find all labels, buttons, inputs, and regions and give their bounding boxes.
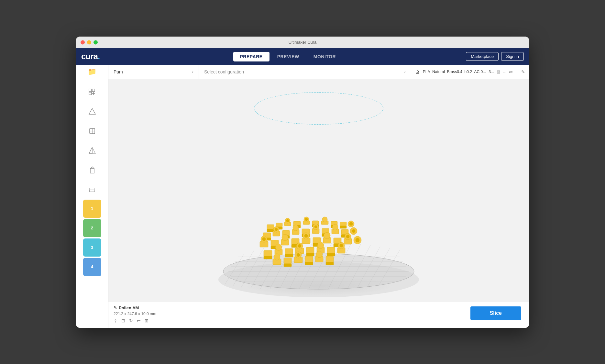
sidebar-tool-3[interactable] xyxy=(83,122,101,140)
layer-icon xyxy=(88,185,97,194)
rotate-icon-bottom[interactable]: ↻ xyxy=(129,318,133,323)
svg-point-49 xyxy=(286,219,289,222)
svg-rect-50 xyxy=(293,221,301,225)
svg-point-102 xyxy=(324,232,330,239)
3d-scene xyxy=(108,79,529,328)
config-chevron: ‹ xyxy=(404,69,406,74)
sidebar-tool-4[interactable] xyxy=(83,141,101,160)
svg-point-118 xyxy=(298,244,301,248)
svg-point-107 xyxy=(346,235,349,238)
svg-point-122 xyxy=(317,242,324,248)
close-button[interactable] xyxy=(81,40,85,44)
support-icon xyxy=(88,165,97,174)
svg-rect-135 xyxy=(305,256,313,262)
app-window: Ultimaker Cura cura. PREPARE PREVIEW MON… xyxy=(76,37,529,328)
svg-rect-45 xyxy=(276,223,282,227)
extruder-1[interactable]: 1 xyxy=(83,200,101,218)
svg-marker-11 xyxy=(92,147,95,154)
svg-rect-114 xyxy=(285,248,293,254)
folder-icon: 📁 xyxy=(88,68,96,76)
svg-rect-130 xyxy=(284,258,292,264)
model-name: Pollen AM xyxy=(119,305,139,310)
svg-point-82 xyxy=(332,224,338,230)
svg-point-109 xyxy=(356,238,359,242)
extra-icon-bottom[interactable]: ⊞ xyxy=(145,318,148,323)
config-selector[interactable]: Select configuration ‹ xyxy=(199,65,411,79)
sidebar-tool-1[interactable] xyxy=(83,83,101,101)
move-icon xyxy=(88,88,97,97)
transform-icons: ⊹ ⊡ ↻ ⇌ ⊞ xyxy=(114,318,524,323)
toolbar-folder[interactable]: 📁 xyxy=(76,65,108,79)
minimize-button[interactable] xyxy=(87,40,91,44)
dots-2: ... xyxy=(515,70,519,74)
slice-button[interactable]: Slice xyxy=(470,306,521,320)
dots-1: ... xyxy=(503,70,506,74)
svg-point-54 xyxy=(305,218,308,221)
layer-icon: ⊠ xyxy=(497,69,500,74)
svg-rect-1 xyxy=(92,89,95,92)
rotate-icon xyxy=(88,127,97,136)
sidebar-tool-5[interactable] xyxy=(83,161,101,179)
tab-preview[interactable]: PREVIEW xyxy=(271,52,306,61)
svg-point-98 xyxy=(304,234,308,237)
svg-rect-12 xyxy=(90,169,94,173)
mirror-icon-bottom[interactable]: ⇌ xyxy=(137,318,141,323)
svg-point-69 xyxy=(275,228,278,231)
svg-rect-124 xyxy=(327,253,335,256)
printer-chevron: ‹ xyxy=(192,69,193,74)
svg-point-58 xyxy=(322,217,327,222)
settings-icon: ⇌ xyxy=(509,69,513,74)
navbar: cura. PREPARE PREVIEW MONITOR Marketplac… xyxy=(76,48,529,65)
tab-monitor[interactable]: MONITOR xyxy=(307,52,342,61)
svg-point-86 xyxy=(352,229,355,233)
svg-rect-61 xyxy=(340,222,346,226)
marketplace-button[interactable]: Marketplace xyxy=(466,52,499,61)
extruder-2[interactable]: 2 xyxy=(83,219,101,237)
extruder-3[interactable]: 3 xyxy=(83,238,101,257)
svg-point-64 xyxy=(349,222,353,226)
config-text: Select configuration xyxy=(204,69,404,74)
svg-rect-140 xyxy=(326,262,334,265)
svg-rect-62 xyxy=(340,226,346,228)
svg-point-78 xyxy=(314,226,317,228)
material-selector[interactable]: 🖨 PLA_Natural_Brass0.4_h0.2_AC 0... 3...… xyxy=(411,65,529,79)
svg-rect-43 xyxy=(267,225,274,229)
svg-rect-16 xyxy=(90,188,95,190)
svg-rect-2 xyxy=(89,92,92,95)
nav-actions: Marketplace Sign in xyxy=(466,52,524,61)
viewport[interactable]: ✎ Pollen AM 221.2 x 247.6 x 10.0 mm ⊹ ⊡ … xyxy=(108,79,529,328)
scale-icon-bottom[interactable]: ⊡ xyxy=(121,318,125,323)
svg-rect-123 xyxy=(327,247,335,253)
nav-tabs: PREPARE PREVIEW MONITOR xyxy=(109,52,466,61)
titlebar: Ultimaker Cura xyxy=(76,37,529,48)
window-title: Ultimaker Cura xyxy=(289,40,317,45)
main-area: 1 2 3 4 xyxy=(76,79,529,328)
maximize-button[interactable] xyxy=(94,40,98,44)
svg-point-134 xyxy=(297,253,300,257)
svg-line-13 xyxy=(90,167,92,169)
svg-rect-15 xyxy=(90,190,95,192)
toolbar: 📁 Pam ‹ Select configuration ‹ 🖨 PLA_Nat… xyxy=(76,65,529,79)
scale-icon xyxy=(88,107,97,116)
sidebar-tool-2[interactable] xyxy=(83,103,101,121)
printer-selector[interactable]: Pam ‹ xyxy=(108,65,199,79)
traffic-lights xyxy=(81,40,98,44)
edit-icon: ✎ xyxy=(114,305,117,310)
model-dimensions: 221.2 x 247.6 x 10.0 mm xyxy=(114,312,524,316)
move-icon-bottom[interactable]: ⊹ xyxy=(114,318,117,323)
svg-rect-131 xyxy=(284,264,292,267)
mirror-icon xyxy=(88,146,97,155)
sidebar: 1 2 3 4 xyxy=(76,79,108,328)
svg-rect-119 xyxy=(306,247,314,253)
svg-rect-120 xyxy=(306,253,314,256)
signin-button[interactable]: Sign in xyxy=(501,52,524,61)
svg-rect-136 xyxy=(305,262,313,265)
svg-point-113 xyxy=(275,244,282,250)
svg-line-14 xyxy=(92,167,94,169)
layer-text: 3... xyxy=(489,70,494,74)
extruder-4[interactable]: 4 xyxy=(83,258,101,276)
printer-icon: 🖨 xyxy=(415,69,420,75)
tab-prepare[interactable]: PREPARE xyxy=(233,52,270,61)
bottom-info-bar: ✎ Pollen AM 221.2 x 247.6 x 10.0 mm ⊹ ⊡ … xyxy=(108,302,529,328)
sidebar-tool-6[interactable] xyxy=(83,180,101,198)
